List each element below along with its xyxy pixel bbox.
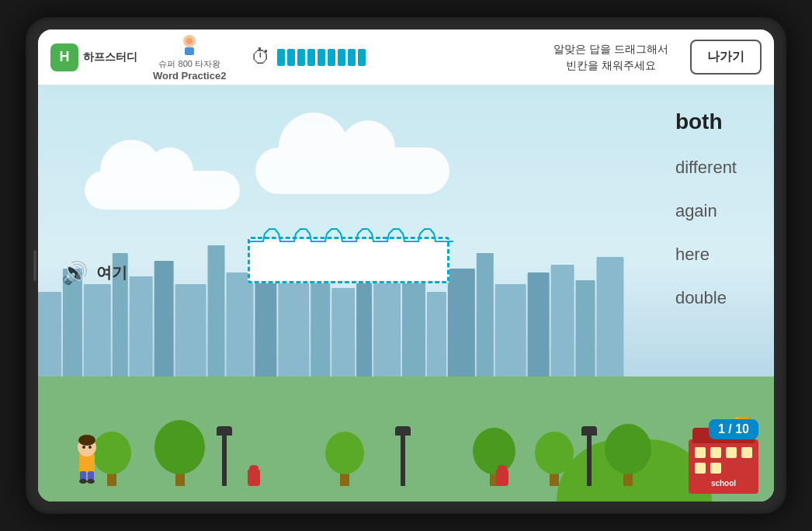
svg-rect-24: [551, 265, 574, 385]
svg-point-35: [87, 479, 95, 484]
svg-rect-21: [477, 253, 494, 385]
timer-segment: [307, 49, 315, 66]
character-label: 슈퍼 800 타자왕: [158, 58, 220, 70]
svg-rect-10: [208, 245, 225, 385]
character-boy: [68, 430, 106, 484]
word-option-both[interactable]: both: [669, 106, 743, 137]
header: H 하프스터디 슈퍼 800 타자왕 Word Practice2 ⏱: [38, 30, 774, 85]
timer-segment: [328, 49, 335, 66]
speaker-icon[interactable]: 🔊: [61, 260, 88, 286]
school-window: [710, 463, 721, 474]
svg-rect-3: [38, 292, 61, 385]
timer-segment: [318, 49, 325, 66]
word-option-double[interactable]: double: [669, 285, 743, 311]
svg-rect-1: [185, 47, 194, 55]
svg-rect-25: [576, 280, 595, 385]
character-area: 슈퍼 800 타자왕 Word Practice2: [153, 33, 226, 82]
word-option-different[interactable]: different: [669, 154, 743, 181]
instruction-area: 알맞은 답을 드래그해서 빈칸을 채워주세요: [553, 41, 668, 74]
school-label: school: [689, 479, 758, 488]
svg-rect-23: [528, 272, 550, 385]
svg-rect-20: [448, 269, 475, 385]
speaker-area[interactable]: 🔊 여기: [61, 260, 127, 286]
logo-area: H 하프스터디: [50, 43, 137, 71]
svg-rect-9: [175, 284, 206, 385]
instruction-line2: 빈칸을 채워주세요: [553, 57, 668, 74]
character-avatar-icon: [177, 33, 202, 58]
school-window: [741, 447, 752, 458]
timer-bar: [277, 49, 366, 66]
school-window: [726, 447, 737, 458]
school-windows: [689, 439, 758, 474]
svg-rect-15: [331, 288, 355, 385]
device-frame: H 하프스터디 슈퍼 800 타자왕 Word Practice2 ⏱: [26, 17, 786, 514]
timer-segment: [358, 49, 366, 66]
timer-segment: [348, 49, 356, 66]
word-option-here[interactable]: here: [669, 241, 743, 268]
tree-6: [605, 420, 651, 486]
svg-point-29: [78, 435, 95, 446]
school-window: [695, 463, 706, 474]
svg-point-31: [88, 446, 92, 449]
timer-segment: [287, 49, 295, 66]
cloud-2: [255, 148, 449, 194]
timer-icon: ⏱: [251, 45, 271, 69]
timer-segment: [338, 49, 345, 66]
puzzle-top-edge: [248, 227, 457, 243]
svg-rect-11: [226, 272, 253, 385]
svg-rect-8: [154, 261, 174, 385]
school-window: [695, 447, 706, 458]
svg-rect-4: [63, 269, 82, 385]
school-window: [710, 447, 721, 458]
speaker-label: 여기: [96, 262, 127, 283]
timer-segment: [297, 49, 305, 66]
lamp-3: [581, 426, 597, 486]
tree-2: [154, 416, 205, 486]
instruction-line1: 알맞은 답을 드래그해서: [553, 41, 668, 57]
cloud-1: [85, 171, 240, 210]
hydrant-2: [496, 469, 508, 486]
exit-button[interactable]: 나가기: [690, 40, 762, 75]
screen: H 하프스터디 슈퍼 800 타자왕 Word Practice2 ⏱: [38, 30, 774, 502]
svg-point-34: [79, 479, 87, 484]
logo-icon: H: [50, 43, 78, 71]
svg-rect-7: [130, 276, 153, 385]
school-building: school 📶: [689, 439, 758, 494]
tree-4: [473, 424, 515, 486]
tree-3: [325, 428, 364, 486]
word-option-again[interactable]: again: [669, 198, 743, 224]
tree-5: [535, 428, 574, 486]
logo-text: 하프스터디: [83, 50, 137, 64]
svg-rect-17: [373, 276, 401, 385]
svg-rect-5: [84, 284, 111, 385]
svg-point-2: [186, 38, 193, 44]
game-area: 🔊 여기 both different again here double: [38, 85, 774, 502]
drop-zone[interactable]: [248, 237, 449, 283]
svg-rect-13: [278, 280, 309, 385]
hydrant-1: [248, 469, 260, 486]
svg-rect-26: [596, 257, 623, 385]
timer-segment: [277, 49, 285, 66]
progress-counter: 1 / 10: [709, 419, 758, 439]
svg-point-30: [82, 446, 85, 449]
timer-area: ⏱: [251, 45, 366, 69]
svg-rect-22: [495, 284, 526, 385]
lamp-2: [395, 426, 411, 486]
word-options: both different again here double: [669, 106, 743, 311]
lamp-1: [217, 426, 232, 486]
svg-rect-19: [427, 292, 446, 385]
subtitle: Word Practice2: [153, 70, 226, 82]
